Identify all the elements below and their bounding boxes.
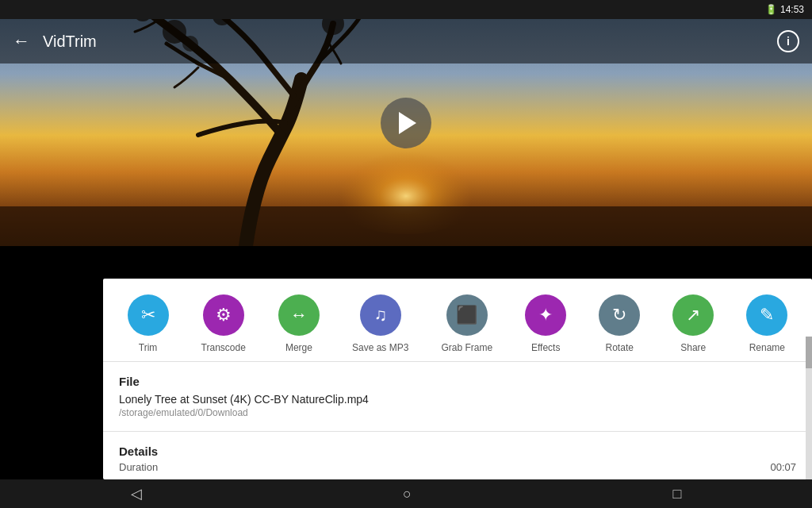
- file-name: Lonely Tree at Sunset (4K) CC-BY NatureC…: [119, 393, 796, 406]
- nav-home-button[interactable]: ○: [403, 486, 412, 502]
- nav-recents-button[interactable]: □: [672, 486, 681, 502]
- action-label-save-mp3: Save as MP3: [352, 342, 408, 353]
- file-path: /storage/emulated/0/Download: [119, 407, 796, 418]
- action-label-merge: Merge: [285, 342, 312, 353]
- duration-row: Duration 00:07: [119, 461, 796, 473]
- action-icon-rename: ✎: [746, 294, 787, 336]
- action-merge[interactable]: ↔Merge: [278, 294, 320, 353]
- time-display: 14:53: [780, 4, 804, 15]
- action-icon-merge: ↔: [278, 294, 320, 336]
- action-label-rotate: Rotate: [606, 342, 634, 353]
- actions-row: ✂Trim⚙Transcode↔Merge♫Save as MP3⬛Grab F…: [103, 279, 812, 362]
- action-share[interactable]: ↗Share: [672, 294, 714, 353]
- action-rename[interactable]: ✎Rename: [746, 294, 787, 353]
- app-bar: ← VidTrim i: [0, 19, 812, 64]
- video-area: ← VidTrim i: [0, 0, 812, 246]
- action-rotate[interactable]: ↻Rotate: [599, 294, 640, 353]
- action-icon-share: ↗: [672, 294, 714, 336]
- scroll-track[interactable]: [806, 337, 812, 479]
- action-icon-trim: ✂: [128, 294, 169, 336]
- details-section-title: Details: [119, 444, 796, 458]
- action-icon-grab-frame: ⬛: [446, 294, 488, 336]
- duration-label: Duration: [119, 461, 158, 473]
- action-icon-rotate: ↻: [599, 294, 640, 336]
- action-label-trim: Trim: [139, 342, 158, 353]
- action-trim[interactable]: ✂Trim: [128, 294, 169, 353]
- action-icon-effects: ✦: [525, 294, 566, 336]
- action-grab-frame[interactable]: ⬛Grab Frame: [441, 294, 492, 353]
- battery-icon: 🔋: [765, 4, 777, 15]
- action-label-grab-frame: Grab Frame: [441, 342, 492, 353]
- action-transcode[interactable]: ⚙Transcode: [201, 294, 246, 353]
- action-effects[interactable]: ✦Effects: [525, 294, 566, 353]
- action-label-rename: Rename: [749, 342, 785, 353]
- status-bar: 🔋 14:53: [0, 0, 812, 19]
- app-title: VidTrim: [43, 33, 777, 51]
- nav-back-button[interactable]: ◁: [131, 485, 142, 502]
- action-label-transcode: Transcode: [201, 342, 246, 353]
- play-button[interactable]: [381, 98, 431, 148]
- file-section-title: File: [119, 375, 796, 388]
- file-info: File Lonely Tree at Sunset (4K) CC-BY Na…: [103, 362, 812, 432]
- action-icon-save-mp3: ♫: [360, 294, 401, 336]
- action-save-mp3[interactable]: ♫Save as MP3: [352, 294, 408, 353]
- action-label-effects: Effects: [531, 342, 560, 353]
- svg-rect-2: [0, 206, 812, 246]
- bottom-panel: ✂Trim⚙Transcode↔Merge♫Save as MP3⬛Grab F…: [103, 279, 812, 479]
- duration-value: 00:07: [770, 461, 796, 473]
- action-icon-transcode: ⚙: [203, 294, 244, 336]
- scroll-thumb[interactable]: [806, 337, 812, 368]
- details-section: Details Duration 00:07: [103, 432, 812, 479]
- back-button[interactable]: ←: [13, 31, 30, 52]
- action-label-share: Share: [680, 342, 706, 353]
- nav-bar: ◁ ○ □: [0, 479, 812, 508]
- info-button[interactable]: i: [777, 30, 799, 52]
